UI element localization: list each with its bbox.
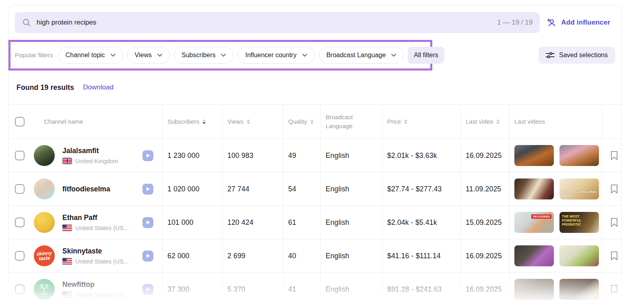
bookmark-icon[interactable] xyxy=(611,151,618,160)
channel-name[interactable]: Ethan Paff xyxy=(62,214,129,222)
popular-filters-highlight-box: Popular filters Channel topic Views Subs… xyxy=(8,40,432,71)
header-views[interactable]: Views xyxy=(222,105,283,139)
channel-name[interactable]: Newfittop xyxy=(62,280,129,289)
header-subscribers[interactable]: Subscribers xyxy=(162,105,222,139)
search-box[interactable]: 1 — 19 / 19 xyxy=(15,12,540,33)
quality-cell: 54 xyxy=(283,172,320,205)
channel-country: United States (US... xyxy=(75,291,129,298)
filter-influencer-country[interactable]: Influencer country xyxy=(237,47,314,64)
quality-cell: 41 xyxy=(283,273,320,305)
result-range-counter: 1 — 19 / 19 xyxy=(497,19,533,27)
channel-name[interactable]: Skinnytaste xyxy=(62,247,129,255)
channel-avatar xyxy=(34,178,55,199)
bookmark-icon[interactable] xyxy=(611,284,618,294)
video-thumbnail[interactable] xyxy=(559,245,599,266)
results-summary: Found 19 results Download xyxy=(8,71,621,104)
table-row[interactable]: fitfoodieselma 1 020 000 27 744 54 Engli… xyxy=(8,172,621,205)
video-thumbnail[interactable]: THE MOST POWERFUL PROBIOTIC xyxy=(559,212,599,233)
row-checkbox[interactable] xyxy=(15,218,25,227)
bookmark-icon[interactable] xyxy=(611,184,618,194)
youtube-play-button[interactable] xyxy=(142,251,153,261)
header-last-video[interactable]: Last video xyxy=(460,105,509,139)
sort-last-video-icon[interactable] xyxy=(496,119,500,124)
sort-subscribers-icon[interactable] xyxy=(202,119,206,124)
youtube-play-button[interactable] xyxy=(142,184,153,195)
filter-broadcast-language[interactable]: Broadcast Language xyxy=(319,47,404,64)
header-views-label: Views xyxy=(227,117,244,127)
search-input[interactable] xyxy=(37,19,491,27)
select-all-checkbox[interactable] xyxy=(15,117,25,127)
header-price-label: Price xyxy=(387,117,401,127)
video-thumbnail[interactable] xyxy=(514,279,554,300)
sort-views-icon[interactable] xyxy=(247,119,250,124)
results-table: Channel name Subscribers Views Quality B… xyxy=(8,104,621,305)
add-person-icon xyxy=(547,18,557,27)
views-cell: 27 744 xyxy=(222,172,283,205)
saved-selections-button[interactable]: Saved selections xyxy=(539,47,615,64)
youtube-play-button[interactable] xyxy=(142,217,153,228)
chevron-down-icon xyxy=(221,54,226,57)
price-cell: $2.01k - $3.63k xyxy=(382,139,460,172)
video-thumbnail[interactable]: I'M COOKED xyxy=(514,212,554,233)
channel-name[interactable]: Jalalsamfit xyxy=(62,147,118,155)
chevron-down-icon xyxy=(157,54,162,57)
main-panel: 1 — 19 / 19 Add influencer Popular filte… xyxy=(8,5,622,305)
channel-country: United States (US... xyxy=(75,258,129,265)
views-cell: 2 699 xyxy=(222,239,283,272)
last-video-cell: 11.09.2025 xyxy=(460,172,509,205)
header-last-videos: Last videos xyxy=(509,105,602,139)
bookmark-cell xyxy=(602,239,621,272)
video-thumbnail[interactable] xyxy=(514,145,554,166)
table-row[interactable]: Ethan Paff United States (US... xyxy=(8,205,621,239)
header-price[interactable]: Price xyxy=(382,105,460,139)
header-quality[interactable]: Quality xyxy=(283,105,320,139)
chevron-down-icon xyxy=(111,54,116,57)
quality-cell: 61 xyxy=(283,206,320,239)
filter-subscribers[interactable]: Subscribers xyxy=(174,47,233,64)
filter-views-label: Views xyxy=(135,52,152,59)
table-row[interactable]: Newfittop United States (US... xyxy=(8,272,621,305)
thumbnail-caption: FLUFFY GLUTEN-FREE BREAD xyxy=(561,190,599,197)
filter-section: Popular filters Channel topic Views Subs… xyxy=(8,40,621,71)
table-row[interactable]: skinny taste Skinnytaste Unit xyxy=(8,239,621,272)
chevron-down-icon xyxy=(302,54,307,57)
bookmark-cell xyxy=(602,172,621,205)
video-thumbnail[interactable] xyxy=(559,279,599,300)
video-thumbnail[interactable] xyxy=(559,145,599,166)
filter-views[interactable]: Views xyxy=(127,47,170,64)
bookmark-icon[interactable] xyxy=(611,251,618,261)
video-thumbnail[interactable]: FLUFFY GLUTEN-FREE BREAD xyxy=(559,178,599,199)
all-filters-button[interactable]: All filters xyxy=(408,47,444,64)
sort-price-icon[interactable] xyxy=(404,119,407,124)
row-checkbox[interactable] xyxy=(15,251,25,261)
header-channel-name-label: Channel name xyxy=(44,117,83,127)
row-checkbox[interactable] xyxy=(15,151,25,160)
channel-name[interactable]: fitfoodieselma xyxy=(62,185,110,193)
views-cell: 5 370 xyxy=(222,273,283,305)
filter-channel-topic[interactable]: Channel topic xyxy=(58,47,123,64)
header-bookmark-spacer xyxy=(602,105,621,139)
us-flag-icon xyxy=(62,224,72,231)
chevron-down-icon xyxy=(391,54,396,57)
language-cell: English xyxy=(320,139,382,172)
video-thumbnail[interactable] xyxy=(514,178,554,199)
row-checkbox[interactable] xyxy=(15,184,25,194)
header-broadcast-language-label: Broadcast Language xyxy=(326,113,370,131)
download-link[interactable]: Download xyxy=(83,83,114,91)
header-last-videos-label: Last videos xyxy=(514,117,545,127)
video-thumbnail[interactable] xyxy=(514,245,554,266)
bookmark-icon[interactable] xyxy=(611,218,618,227)
youtube-play-button[interactable] xyxy=(142,150,153,161)
youtube-play-button[interactable] xyxy=(142,284,153,295)
table-row[interactable]: Jalalsamfit United Kingdom 1 230 0 xyxy=(8,139,621,172)
price-cell: $2.04k - $5.41k xyxy=(382,206,460,239)
channel-avatar xyxy=(34,145,55,166)
sort-quality-icon[interactable] xyxy=(310,119,314,124)
filter-influencer-country-label: Influencer country xyxy=(245,52,296,59)
channel-country: United States (US... xyxy=(75,224,129,231)
header-quality-label: Quality xyxy=(288,117,307,127)
search-row: 1 — 19 / 19 Add influencer xyxy=(8,5,621,39)
channel-cell: Ethan Paff United States (US... xyxy=(8,206,162,239)
row-checkbox[interactable] xyxy=(15,284,25,294)
add-influencer-button[interactable]: Add influencer xyxy=(547,18,610,27)
